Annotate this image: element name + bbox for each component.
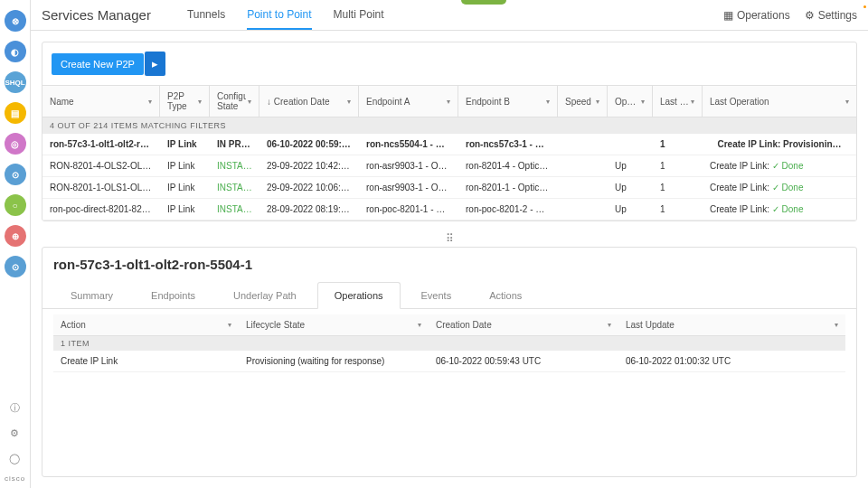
- col-header-endpoint-b[interactable]: Endpoint B▾: [458, 86, 558, 117]
- cell-name: ron-57c3-1-olt1-olt2-ron-5504-1: [42, 134, 160, 155]
- chevron-down-icon: ▾: [845, 98, 849, 106]
- chevron-down-icon: ▾: [691, 98, 694, 106]
- cell-date: 29-09-2022 10:42:24 UTC: [259, 155, 359, 176]
- dcol-creation-date[interactable]: Creation Date▾: [429, 314, 618, 335]
- cell-endpoint-a: ron-asr9903-1 - Optics0/…: [359, 155, 458, 176]
- sidebar-app-icon-6[interactable]: ⊙: [5, 164, 26, 185]
- sidebar-app-icon-5[interactable]: ◎: [5, 133, 26, 155]
- dcell-update: 06-10-2022 01:00:32 UTC: [618, 351, 845, 371]
- cell-last-op: Create IP Link: Done: [703, 155, 856, 176]
- cell-last24: 1: [653, 199, 703, 220]
- dcell-lifecycle: Provisioning (waiting for response): [239, 351, 429, 371]
- cell-conf-state: IN PROG…: [210, 134, 259, 155]
- tab-summary[interactable]: Summary: [53, 282, 130, 309]
- tab-operations[interactable]: Operations: [317, 282, 401, 309]
- tab-actions[interactable]: Actions: [472, 282, 539, 309]
- table-row[interactable]: RON-8201-1-OLS1-OLS4-RON-…IP LinkINSTALL…: [42, 177, 856, 199]
- filter-summary: 4 OUT OF 214 ITEMS MATCHING FILTERS: [42, 117, 856, 134]
- cell-endpoint-a: ron-poc-8201-1 - Optics0…: [359, 199, 458, 220]
- cell-name: RON-8201-1-OLS1-OLS4-RON-…: [42, 177, 160, 198]
- cell-speed: [558, 155, 608, 176]
- chevron-down-icon: ▾: [347, 98, 351, 106]
- sidebar-app-icon-7[interactable]: ○: [5, 194, 26, 216]
- cell-conf-state: INSTALLED: [210, 199, 259, 220]
- cell-conf-state: INSTALLED: [210, 155, 259, 176]
- cell-endpoint-b: ron-ncs57c3-1 - Optics0…: [458, 134, 558, 155]
- gear-icon: ⚙: [805, 9, 815, 22]
- tab-multi-point[interactable]: Multi Point: [334, 1, 384, 30]
- top-indicator: [461, 0, 506, 5]
- chevron-down-icon: ▾: [447, 98, 450, 106]
- create-dropdown-button[interactable]: ▸: [145, 52, 165, 76]
- gear-icon[interactable]: ⚙: [6, 425, 23, 441]
- chevron-down-icon: ▾: [596, 98, 599, 106]
- detail-item-count: 1 ITEM: [53, 336, 845, 351]
- col-header-type[interactable]: P2P Type▾: [160, 86, 210, 117]
- cell-last24: 1: [653, 177, 703, 198]
- user-icon[interactable]: ◯: [6, 450, 23, 466]
- chevron-down-icon: ▾: [835, 321, 838, 329]
- dcol-last-update[interactable]: Last Update▾: [618, 314, 845, 335]
- chevron-down-icon: ▾: [608, 321, 611, 329]
- col-header-speed[interactable]: Speed▾: [558, 86, 608, 117]
- cell-op-state: Up: [608, 177, 653, 198]
- page-title: Services Manager: [42, 7, 151, 23]
- tab-underlay-path[interactable]: Underlay Path: [216, 282, 314, 309]
- chevron-down-icon: ▾: [228, 321, 231, 329]
- dcell-create: 06-10-2022 00:59:43 UTC: [429, 351, 618, 371]
- sidebar-app-icon-2[interactable]: ◐: [5, 41, 26, 62]
- table-row[interactable]: ron-57c3-1-olt1-olt2-ron-5504-1IP LinkIN…: [42, 134, 856, 155]
- tab-point-to-point[interactable]: Point to Point: [247, 1, 311, 30]
- settings-link[interactable]: ⚙ Settings: [805, 9, 857, 22]
- sidebar-app-icon-9[interactable]: ⊙: [5, 256, 26, 277]
- table-row[interactable]: RON-8201-4-OLS2-OLS3-OLS4-…IP LinkINSTAL…: [42, 155, 856, 177]
- tab-endpoints[interactable]: Endpoints: [134, 282, 212, 309]
- settings-label: Settings: [818, 9, 857, 22]
- cell-date: 06-10-2022 00:59:49 UTC: [259, 134, 359, 155]
- detail-tabs: Summary Endpoints Underlay Path Operatio…: [42, 281, 856, 309]
- cell-name: RON-8201-4-OLS2-OLS3-OLS4-…: [42, 155, 160, 176]
- chevron-down-icon: ▾: [546, 98, 550, 106]
- tab-tunnels[interactable]: Tunnels: [187, 1, 225, 30]
- dcell-action: Create IP Link: [53, 351, 239, 371]
- sidebar-app-icon-8[interactable]: ⊕: [5, 225, 26, 247]
- detail-panel: ron-57c3-1-olt1-olt2-ron-5504-1 Summary …: [42, 247, 857, 477]
- col-header-op-state[interactable]: Operational State▾: [608, 86, 653, 117]
- dcol-lifecycle[interactable]: Lifecycle State▾: [239, 314, 429, 335]
- cell-last24: 1: [653, 134, 703, 155]
- detail-table-row[interactable]: Create IP LinkProvisioning (waiting for …: [53, 351, 845, 372]
- operations-link[interactable]: ▦ Operations: [723, 9, 790, 22]
- left-sidebar: ⊗ ◐ SHQL ▤ ◎ ⊙ ○ ⊕ ⊙ ⓘ ⚙ ◯ cisco: [0, 0, 31, 488]
- split-drag-handle[interactable]: ⠿: [42, 230, 857, 247]
- col-header-conf-state[interactable]: Configurat State▾: [210, 86, 259, 117]
- grid-header-row: Name▾ P2P Type▾ Configurat State▾ ↓ Crea…: [42, 85, 856, 117]
- detail-title: ron-57c3-1-olt1-olt2-ron-5504-1: [42, 248, 856, 281]
- grid-icon: ▦: [723, 9, 733, 22]
- col-header-creation-date[interactable]: ↓ Creation Date▾: [259, 86, 359, 117]
- sidebar-app-icon-3[interactable]: SHQL: [5, 71, 26, 93]
- cell-op-state: Up: [608, 199, 653, 220]
- col-header-endpoint-a[interactable]: Endpoint A▾: [359, 86, 458, 117]
- sidebar-app-icon-4[interactable]: ▤: [5, 102, 26, 124]
- cell-last-op: Create IP Link: Done: [703, 177, 856, 198]
- cell-type: IP Link: [160, 155, 210, 176]
- chevron-down-icon: ▾: [641, 98, 645, 106]
- create-new-p2p-button[interactable]: Create New P2P: [52, 53, 144, 75]
- cell-last-op: Create IP Link: Done: [703, 199, 856, 220]
- cell-endpoint-a: ron-ncs5504-1 - Optics0…: [359, 134, 458, 155]
- cell-type: IP Link: [160, 177, 210, 198]
- chevron-down-icon: ▾: [148, 98, 152, 106]
- cell-type: IP Link: [160, 134, 210, 155]
- table-row[interactable]: ron-poc-direct-8201-8202-2809…IP LinkINS…: [42, 199, 856, 221]
- dcol-action[interactable]: Action▾: [53, 314, 239, 335]
- col-header-name[interactable]: Name▾: [42, 86, 160, 117]
- chevron-down-icon: ▾: [418, 321, 421, 329]
- info-icon[interactable]: ⓘ: [6, 399, 23, 416]
- col-header-last-op[interactable]: Last Operation▾: [703, 86, 856, 117]
- cell-speed: [558, 134, 608, 155]
- tab-events[interactable]: Events: [404, 282, 469, 309]
- header: Services Manager Tunnels Point to Point …: [31, 0, 868, 31]
- cell-speed: [558, 199, 608, 220]
- sidebar-app-icon-1[interactable]: ⊗: [5, 10, 26, 32]
- col-header-last24[interactable]: Last 24h Operations▾: [653, 86, 703, 117]
